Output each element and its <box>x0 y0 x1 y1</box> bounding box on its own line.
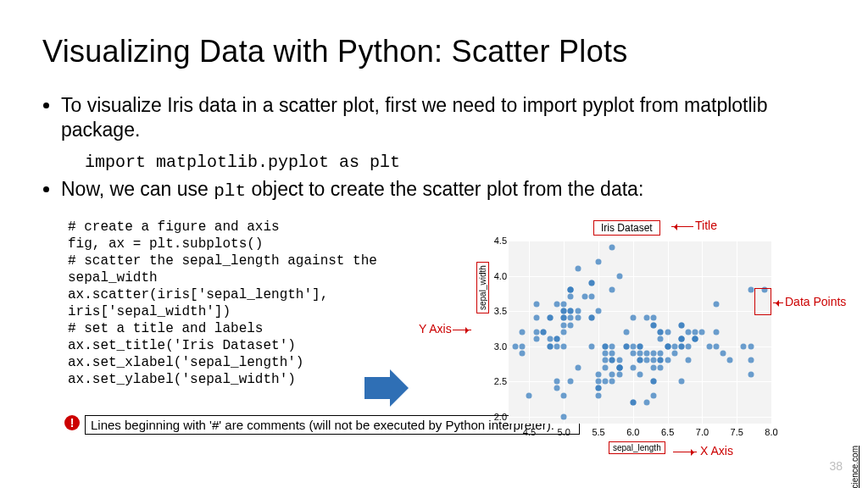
data-point <box>644 315 650 321</box>
data-point <box>630 315 636 321</box>
data-point <box>748 358 754 363</box>
data-point <box>748 371 754 377</box>
bullet-2-b: object to create the scatter plot from t… <box>246 178 643 200</box>
data-point <box>658 358 664 363</box>
data-point <box>699 330 705 336</box>
data-point <box>588 343 594 349</box>
data-point <box>554 379 560 385</box>
data-point <box>637 350 643 356</box>
page-number: 38 <box>829 459 843 473</box>
callout-arrow-datapoints <box>773 302 783 303</box>
data-point <box>671 343 677 349</box>
data-point <box>644 400 650 406</box>
data-point <box>609 350 615 356</box>
data-point <box>713 343 719 349</box>
callout-arrow-title <box>671 226 693 227</box>
x-tick: 4.5 <box>523 427 536 437</box>
data-point <box>644 350 650 356</box>
data-point <box>693 330 698 336</box>
data-point <box>533 315 539 321</box>
data-point <box>616 273 622 279</box>
callout-arrow-xaxis <box>673 452 697 452</box>
data-point <box>596 379 602 385</box>
data-point <box>568 315 574 321</box>
data-point <box>603 350 609 356</box>
callout-title: Title <box>695 219 717 232</box>
callout-yaxis: Y Axis <box>419 322 452 336</box>
data-point <box>720 350 726 356</box>
data-point <box>520 350 526 356</box>
data-point <box>526 392 532 398</box>
data-point <box>665 343 670 349</box>
data-point <box>596 308 602 314</box>
chart-title: Iris Dataset <box>593 220 660 236</box>
data-point <box>616 371 622 377</box>
data-point <box>727 358 733 363</box>
data-point <box>678 343 684 349</box>
data-point <box>637 371 643 377</box>
data-point <box>637 343 643 349</box>
data-point <box>568 287 574 293</box>
data-point <box>686 330 692 336</box>
data-point <box>651 379 657 385</box>
data-point <box>547 336 553 342</box>
x-tick: 7.5 <box>731 427 743 437</box>
y-tick: 2.0 <box>490 412 507 422</box>
big-arrow-icon <box>364 377 390 399</box>
data-point <box>630 343 636 349</box>
data-point <box>561 301 567 307</box>
data-point <box>609 371 615 377</box>
data-point <box>596 371 602 377</box>
page-title: Visualizing Data with Python: Scatter Pl… <box>42 34 628 69</box>
x-tick: 6.5 <box>661 427 674 437</box>
data-point <box>658 350 664 356</box>
data-point <box>596 392 602 398</box>
data-point <box>630 350 636 356</box>
data-point <box>623 330 629 336</box>
source-link[interactable]: https://towardsdatascience.com <box>850 446 860 488</box>
y-tick: 2.5 <box>490 376 507 386</box>
data-point <box>686 358 692 363</box>
data-point <box>561 343 567 349</box>
data-point <box>651 315 657 321</box>
y-axis-label: sepal_width <box>476 262 489 313</box>
x-tick: 7.0 <box>696 427 709 437</box>
data-point <box>644 358 650 363</box>
data-point <box>561 330 567 336</box>
bullet-1: To visualize Iris data in a scatter plot… <box>42 93 822 147</box>
data-point <box>609 287 615 293</box>
data-point <box>609 358 615 363</box>
data-point <box>561 308 567 314</box>
data-point <box>678 336 684 342</box>
code-block: # create a figure and axis fig, ax = plt… <box>68 219 424 388</box>
data-point <box>561 315 567 321</box>
bullet-2-a: Now, we can use <box>61 178 214 200</box>
data-point <box>706 343 712 349</box>
data-point <box>561 392 567 398</box>
data-point <box>575 266 581 272</box>
data-point <box>588 315 594 321</box>
data-point <box>748 287 754 293</box>
data-point <box>547 315 553 321</box>
data-point <box>686 343 692 349</box>
data-point <box>651 322 657 328</box>
data-point <box>630 400 636 406</box>
data-point <box>609 343 615 349</box>
data-point <box>568 308 574 314</box>
data-point <box>561 322 567 328</box>
data-point <box>561 413 567 419</box>
callout-xaxis: X Axis <box>700 444 733 458</box>
data-point <box>609 379 615 385</box>
y-tick: 4.0 <box>490 271 507 281</box>
data-point <box>568 322 574 328</box>
data-point <box>603 343 609 349</box>
data-point <box>575 364 581 370</box>
data-point <box>616 364 622 370</box>
data-point <box>554 336 560 342</box>
data-point <box>623 343 629 349</box>
data-point <box>575 308 581 314</box>
warning-icon: ! <box>64 415 80 430</box>
data-point <box>651 364 657 370</box>
scatter-chart: Iris Dataset sepal_width sepal_length 2.… <box>475 220 797 458</box>
data-point <box>547 343 553 349</box>
